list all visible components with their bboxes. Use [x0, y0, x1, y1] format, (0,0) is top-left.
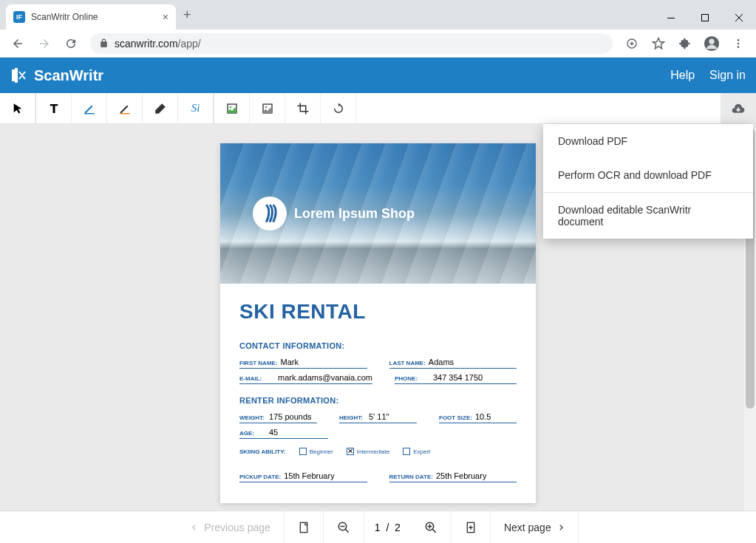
document-title: SKI RENTAL [239, 300, 517, 324]
value-lastname: Adams [426, 358, 454, 366]
label-lastname: LAST NAME: [389, 360, 426, 366]
svg-point-11 [229, 106, 231, 108]
pen-tool[interactable] [72, 93, 107, 123]
value-pickup: 15th February [281, 471, 334, 480]
label-skiing-ability: SKIING ABILITY: [239, 448, 286, 455]
zoom-out-button[interactable] [324, 511, 364, 543]
svg-rect-9 [120, 113, 130, 115]
app-header: ScanWritr Help Sign in [0, 58, 756, 93]
new-tab-button[interactable]: + [183, 7, 191, 23]
help-link[interactable]: Help [670, 69, 695, 82]
svg-rect-1 [702, 15, 709, 21]
eraser-tool[interactable] [143, 93, 178, 123]
forward-button[interactable] [33, 32, 56, 55]
crop-tool[interactable] [285, 93, 321, 123]
zoom-in-button[interactable] [411, 511, 452, 543]
section-renter: RENTER INFORMATION: [239, 396, 517, 405]
prev-page-button[interactable]: Previous page [177, 511, 285, 543]
svg-rect-8 [84, 113, 95, 115]
header-links: Help Sign in [670, 69, 746, 82]
browser-titlebar: IF ScanWritr Online × + [0, 0, 756, 30]
logo-icon [10, 66, 28, 84]
pager-bar: Previous page 1 / 2 Next page [0, 510, 756, 543]
checkbox-intermediate: ✕ [347, 448, 354, 455]
bookmark-icon[interactable] [647, 32, 670, 55]
value-return: 25th February [433, 471, 486, 480]
chevron-right-icon [557, 522, 565, 533]
svg-point-7 [738, 46, 740, 48]
toolbar: Si [0, 93, 756, 124]
value-weight: 175 pounds [266, 412, 312, 421]
lock-icon [99, 38, 109, 48]
next-page-button[interactable]: Next page [491, 511, 579, 543]
menu-ocr-pdf[interactable]: Perform OCR and download PDF [543, 158, 753, 192]
label-weight: WEIGHT: [239, 414, 266, 421]
menu-download-pdf[interactable]: Download PDF [543, 124, 753, 158]
text-tool[interactable] [36, 93, 72, 123]
page-indicator: 1 / 2 [364, 511, 411, 543]
close-window-button[interactable] [722, 6, 756, 30]
document-hero: Lorem Ipsum Shop [220, 143, 536, 284]
zoom-reset-icon[interactable] [620, 32, 644, 55]
checkbox-expert [403, 448, 410, 455]
chevron-left-icon [191, 522, 198, 533]
value-firstname: Mark [278, 358, 299, 366]
label-pickup: PICKUP DATE: [239, 474, 281, 480]
label-return: RETURN DATE: [389, 474, 433, 480]
value-height: 5' 11" [366, 412, 389, 421]
checkbox-beginner [299, 448, 307, 455]
signature-tool[interactable]: Si [178, 93, 214, 123]
hero-title: Lorem Ipsum Shop [294, 206, 415, 222]
back-button[interactable] [6, 32, 30, 55]
svg-rect-14 [300, 522, 307, 532]
value-email: mark.adams@vanaia.com [275, 373, 372, 382]
label-age: AGE: [239, 430, 266, 437]
rotate-tool[interactable] [321, 93, 356, 123]
document-page[interactable]: Lorem Ipsum Shop SKI RENTAL CONTACT INFO… [220, 143, 536, 503]
url-text: scanwritr.com/app/ [115, 38, 201, 49]
marker-tool[interactable] [107, 93, 143, 123]
tab-title: ScanWritr Online [31, 12, 157, 22]
browser-tab[interactable]: IF ScanWritr Online × [6, 4, 176, 30]
menu-icon[interactable] [726, 32, 750, 55]
value-age: 45 [266, 428, 278, 437]
app-logo[interactable]: ScanWritr [10, 66, 103, 84]
svg-rect-0 [667, 18, 675, 18]
address-bar: scanwritr.com/app/ [0, 30, 756, 58]
label-height: HEIGHT: [339, 414, 366, 421]
fit-page-button[interactable] [285, 511, 324, 543]
close-icon[interactable]: × [163, 11, 168, 23]
svg-point-4 [709, 38, 714, 44]
image-bw-tool[interactable] [250, 93, 285, 123]
section-contact: CONTACT INFORMATION: [239, 341, 517, 350]
app-name: ScanWritr [34, 67, 103, 84]
cursor-tool[interactable] [0, 93, 35, 123]
value-footsize: 10.5 [472, 412, 491, 421]
minimize-button[interactable] [654, 6, 688, 30]
value-phone: 347 354 1750 [430, 373, 483, 382]
hero-logo-icon [253, 197, 287, 230]
svg-point-5 [738, 39, 740, 41]
window-controls [654, 6, 756, 30]
export-dropdown: Download PDF Perform OCR and download PD… [543, 124, 753, 239]
label-footsize: FOOT SIZE: [439, 414, 472, 421]
add-page-button[interactable] [452, 511, 491, 543]
svg-point-6 [738, 42, 740, 44]
reload-button[interactable] [59, 32, 83, 55]
url-field[interactable]: scanwritr.com/app/ [90, 33, 613, 54]
extensions-icon[interactable] [673, 32, 697, 55]
label-expert: Expert [413, 448, 430, 455]
label-phone: PHONE: [395, 375, 430, 382]
menu-download-editable[interactable]: Download editable ScanWritr document [543, 193, 753, 239]
export-button[interactable] [721, 93, 756, 123]
signin-link[interactable]: Sign in [709, 69, 746, 82]
svg-point-13 [265, 106, 267, 108]
image-tool[interactable] [214, 93, 250, 123]
label-email: E-MAIL: [239, 375, 275, 382]
label-firstname: FIRST NAME: [239, 360, 278, 366]
profile-icon[interactable] [700, 32, 723, 55]
favicon: IF [13, 11, 25, 23]
maximize-button[interactable] [688, 6, 722, 30]
label-beginner: Beginner [310, 448, 333, 455]
label-intermediate: Intermediate [357, 448, 389, 455]
